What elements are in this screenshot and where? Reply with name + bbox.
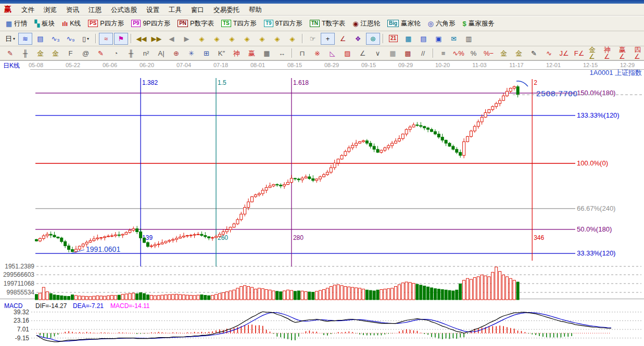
menu-item-4[interactable]: 江恩 (84, 5, 106, 15)
sectors-button[interactable]: ▚板块 (31, 18, 58, 29)
diamond-compress-button[interactable]: ◈ (255, 33, 269, 45)
brush-line-tool[interactable]: ✎ (527, 47, 541, 59)
kline-button[interactable]: ılıK线 (58, 18, 84, 29)
diamond-expand-button[interactable]: ◈ (270, 33, 284, 45)
diamond-shift-right-button[interactable]: ◈ (240, 33, 254, 45)
angle-ray-tool[interactable]: ∠ (356, 47, 370, 59)
menu-item-10[interactable]: 帮助 (244, 5, 267, 15)
angle-tool-button[interactable]: ∠ (336, 33, 350, 45)
four-slant-tool[interactable]: 四∠ (633, 47, 644, 59)
wave9-button[interactable]: ∿₉ (64, 33, 78, 45)
circle-cross-tool[interactable]: ⊕ (169, 47, 183, 59)
wave3-button[interactable]: ∿₃ (48, 33, 62, 45)
gold-line-tool[interactable]: 金 (512, 47, 526, 59)
timeshare-button-icon: ⚑ (118, 35, 124, 42)
zigzag-line-tool[interactable]: ∨ (371, 47, 385, 59)
pattern-zigzag-button[interactable]: ≋ (18, 33, 32, 45)
save-button[interactable]: ▣ (432, 33, 446, 45)
brush-tool[interactable]: ✎ (3, 47, 17, 59)
wedge-tool[interactable]: ◺ (325, 47, 339, 59)
t-square-button[interactable]: TST四方形 (218, 18, 260, 29)
info-note-button[interactable]: ▤ (33, 33, 47, 45)
calendar-button[interactable]: 21 (386, 33, 400, 45)
next-bar-button[interactable]: ▶ (180, 33, 194, 45)
pattern-finder-button[interactable]: ⊛ (366, 33, 380, 45)
candle-style-button[interactable]: ▯▾ (79, 33, 93, 45)
wave-line-tool[interactable]: ∿ (542, 47, 556, 59)
ray-fan-tool[interactable]: ※ (310, 47, 324, 59)
first-page-button[interactable]: ◀◀ (134, 33, 148, 45)
winner-service-button[interactable]: $赢家服务 (459, 18, 498, 29)
menu-item-1[interactable]: 文件 (17, 5, 39, 15)
calculator-button[interactable]: ▦ (401, 33, 415, 45)
grid-a-tool[interactable]: ▦ (386, 47, 400, 59)
timeshare-button[interactable]: ⚑ (114, 33, 128, 45)
diamond-right-button[interactable]: ◈ (210, 33, 224, 45)
diamond-full-button[interactable]: ◈ (285, 33, 299, 45)
chart-area[interactable]: 日K线05-0805-2206-0606-2007-0407-1808-0108… (0, 60, 644, 346)
percent-wave-tool[interactable]: ∿% (451, 47, 465, 59)
hexagon-button[interactable]: ◎六角形 (424, 18, 459, 29)
tick-ruler-tool[interactable]: ╫ (124, 47, 138, 59)
f-slant-tool[interactable]: F∠ (572, 47, 586, 59)
9t-square-button[interactable]: T99T四方形 (260, 18, 306, 29)
n-square-tool[interactable]: n² (139, 47, 153, 59)
menu-item-3[interactable]: 资讯 (61, 5, 84, 15)
9p-square-button[interactable]: P99P四方形 (128, 18, 174, 29)
menu-item-7[interactable]: 工具 (164, 5, 186, 15)
gold-square2-tool[interactable]: 金 (48, 47, 62, 59)
date-tick: 11-03 (472, 62, 486, 68)
clock-ruler-tool[interactable]: ◔ (109, 47, 123, 59)
gold-square-tool[interactable]: 金 (33, 47, 47, 59)
period-day-button[interactable]: 日▾ (3, 33, 17, 45)
win-slant-tool[interactable]: 赢∠ (617, 47, 632, 59)
prev-bar-button[interactable]: ◀ (165, 33, 179, 45)
grid-wheel-tool[interactable]: ⊞ (199, 47, 213, 59)
slant-lines-tool[interactable]: // (416, 47, 430, 59)
scale-list-tool[interactable]: ≡ (436, 47, 450, 59)
p-number-table-button[interactable]: PNP数字表 (174, 18, 218, 29)
diamond-shift-left-button[interactable]: ◈ (225, 33, 239, 45)
width-measure-tool[interactable]: ↔ (275, 47, 289, 59)
market-quotes-button[interactable]: ▦行情 (2, 18, 31, 29)
shaded-grid-tool[interactable]: ▨ (340, 47, 355, 59)
last-page-button[interactable]: ▶▶ (149, 33, 163, 45)
a-line-tool[interactable]: A| (154, 47, 168, 59)
percent-line-tool[interactable]: %− (482, 47, 496, 59)
menu-item-9[interactable]: 交易委托 (209, 5, 244, 15)
menu-item-8[interactable]: 窗口 (186, 5, 209, 15)
print-button[interactable]: ▥ (462, 33, 476, 45)
menu-item-6[interactable]: 设置 (142, 5, 164, 15)
next-bar-button-icon: ▶ (184, 35, 190, 42)
menu-item-5[interactable]: 公式选股 (106, 5, 142, 15)
j-slant-tool[interactable]: J∠ (557, 47, 571, 59)
god-slant-tool[interactable]: 神∠ (602, 47, 616, 59)
diamond-left-button[interactable]: ◈ (195, 33, 209, 45)
report-button[interactable]: ▤ (416, 33, 431, 45)
crosshair-button[interactable]: + (321, 33, 335, 45)
f-ruler-tool[interactable]: F (64, 47, 78, 59)
gann-wheel-button[interactable]: ◉江恩轮 (349, 18, 384, 29)
frame-tool[interactable]: ⊓ (295, 47, 309, 59)
kline-chart-canvas[interactable]: 日K线05-0805-2206-0606-2007-0407-1808-0108… (0, 60, 644, 346)
p-square-button[interactable]: PSP四方形 (84, 18, 128, 29)
t-number-table-button[interactable]: TNT数字表 (306, 18, 349, 29)
menu-item-2[interactable]: 浏览 (39, 5, 61, 15)
percent-tool[interactable]: % (466, 47, 481, 59)
gold-circle-tool[interactable]: 金 (497, 47, 511, 59)
wave-analysis-button[interactable]: ≈ (99, 33, 113, 45)
winner-wheel-button[interactable]: Big赢家轮 (384, 18, 424, 29)
god-number-tool[interactable]: 神 (230, 47, 244, 59)
spiral-tool[interactable]: @ (79, 47, 93, 59)
star-wheel-tool[interactable]: ✳ (184, 47, 198, 59)
gold-slant-tool[interactable]: 金∠ (587, 47, 601, 59)
hand-tool-button[interactable]: ☞ (306, 33, 320, 45)
win-number-tool[interactable]: 赢 (245, 47, 259, 59)
grid-123-tool[interactable]: ▦ (260, 47, 274, 59)
grid-b-tool[interactable]: ▩ (401, 47, 415, 59)
red-brush-tool[interactable]: ✎ (94, 47, 108, 59)
time-divider-tool[interactable]: ╫ (18, 47, 32, 59)
send-web-button[interactable]: ✉ (447, 33, 461, 45)
k-quote-tool[interactable]: K″ (214, 47, 229, 59)
gann-tools-button[interactable]: ❖ (351, 33, 365, 45)
